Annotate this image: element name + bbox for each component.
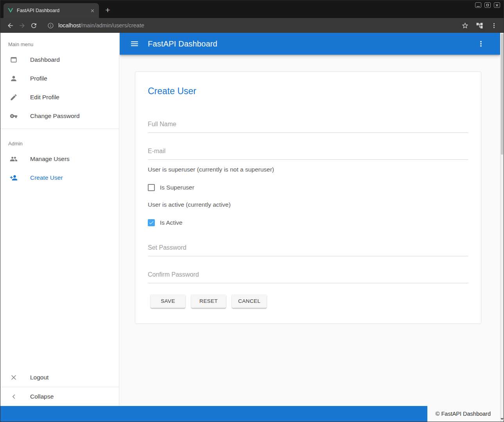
confirm-password-input[interactable] bbox=[148, 270, 468, 283]
minimize-button[interactable] bbox=[475, 2, 481, 8]
appbar: FastAPI Dashboard bbox=[120, 33, 500, 55]
site-tree-button[interactable] bbox=[474, 20, 485, 31]
checkbox-box[interactable] bbox=[148, 219, 155, 226]
tab-title: FastAPI Dashboard bbox=[17, 8, 86, 13]
person-add-icon bbox=[10, 174, 18, 182]
site-info-icon[interactable] bbox=[47, 22, 54, 29]
is-superuser-checkbox[interactable]: Is Superuser bbox=[148, 184, 194, 191]
save-button[interactable]: SAVE bbox=[151, 294, 185, 308]
sidebar-divider bbox=[0, 129, 119, 129]
app-viewport: Main menu Dashboard Profile Edit Profile… bbox=[0, 33, 504, 422]
star-outline-icon bbox=[461, 22, 469, 29]
new-tab-button[interactable]: + bbox=[102, 5, 113, 15]
kebab-menu-icon bbox=[490, 22, 498, 29]
sidebar-item-collapse[interactable]: Collapse bbox=[0, 387, 119, 406]
scroll-down-arrow[interactable] bbox=[500, 418, 504, 420]
hamburger-menu-icon bbox=[130, 39, 139, 48]
sidebar-item-label: Edit Profile bbox=[30, 94, 59, 101]
minimize-icon bbox=[477, 6, 480, 7]
sidebar-item-dashboard[interactable]: Dashboard bbox=[0, 50, 119, 69]
logout-x-icon bbox=[10, 374, 18, 381]
checkbox-box[interactable] bbox=[148, 184, 155, 191]
sidebar-item-logout[interactable]: Logout bbox=[0, 368, 119, 387]
tab-close-button[interactable] bbox=[89, 7, 96, 14]
checkbox-label: Is Active bbox=[160, 219, 183, 226]
copyright-text: © FastAPI Dashboard bbox=[427, 406, 500, 422]
address-bar[interactable]: localhost/main/admin/users/create bbox=[43, 20, 456, 31]
sidebar-toggle-button[interactable] bbox=[130, 39, 139, 48]
sidebar-item-change-password[interactable]: Change Password bbox=[0, 107, 119, 125]
sidebar-item-label: Create User bbox=[30, 174, 63, 181]
person-icon bbox=[10, 75, 18, 82]
key-icon bbox=[10, 112, 18, 120]
full-name-field bbox=[148, 119, 468, 133]
checkmark-icon bbox=[149, 220, 154, 225]
reload-button[interactable] bbox=[28, 20, 39, 31]
back-button[interactable] bbox=[4, 20, 16, 31]
sidebar-item-profile[interactable]: Profile bbox=[0, 69, 119, 88]
appbar-menu-button[interactable] bbox=[477, 39, 485, 48]
account-tree-icon bbox=[476, 22, 483, 29]
sidebar-item-label: Profile bbox=[30, 75, 47, 82]
chevron-left-icon bbox=[10, 393, 18, 401]
forward-button[interactable] bbox=[16, 20, 28, 31]
active-hint-text: User is active (currently active) bbox=[148, 201, 468, 208]
toolbar-right-icons bbox=[459, 20, 500, 31]
email-input[interactable] bbox=[148, 146, 468, 160]
confirm-password-field bbox=[148, 270, 468, 283]
appbar-title: FastAPI Dashboard bbox=[148, 39, 217, 48]
create-user-card: Create User User is superuser (currently… bbox=[135, 72, 481, 324]
maximize-button[interactable] bbox=[484, 2, 491, 8]
checkbox-label: Is Superuser bbox=[160, 184, 194, 191]
sidebar-item-manage-users[interactable]: Manage Users bbox=[0, 150, 119, 168]
group-icon bbox=[10, 155, 18, 163]
dashboard-icon bbox=[10, 56, 18, 64]
url-text: localhost/main/admin/users/create bbox=[58, 22, 144, 29]
sidebar-section-label-admin: Admin bbox=[8, 141, 119, 147]
back-arrow-icon bbox=[7, 22, 14, 29]
pencil-icon bbox=[10, 93, 18, 101]
password-field bbox=[148, 243, 468, 256]
sidebar-item-label: Change Password bbox=[30, 113, 80, 120]
full-name-input[interactable] bbox=[148, 119, 468, 133]
sidebar-item-label: Manage Users bbox=[30, 156, 70, 163]
close-x-icon bbox=[90, 8, 95, 13]
footer: © FastAPI Dashboard bbox=[0, 406, 500, 422]
sidebar-item-label: Collapse bbox=[30, 393, 54, 400]
set-password-input[interactable] bbox=[148, 243, 468, 256]
url-host: localhost bbox=[58, 22, 81, 29]
forward-arrow-icon bbox=[18, 22, 26, 29]
sidebar-item-label: Logout bbox=[30, 374, 48, 381]
page-title: Create User bbox=[148, 86, 468, 97]
reload-icon bbox=[30, 22, 38, 29]
main-area: FastAPI Dashboard Create User User is su… bbox=[120, 33, 500, 406]
scrollbar[interactable] bbox=[500, 33, 504, 422]
browser-titlebar: FastAPI Dashboard + bbox=[0, 0, 504, 18]
sidebar: Main menu Dashboard Profile Edit Profile… bbox=[0, 33, 119, 406]
browser-window: FastAPI Dashboard + localhost/main/admin… bbox=[0, 0, 504, 422]
kebab-menu-icon bbox=[477, 39, 485, 48]
window-controls bbox=[475, 2, 500, 8]
sidebar-item-edit-profile[interactable]: Edit Profile bbox=[0, 88, 119, 107]
sidebar-item-label: Dashboard bbox=[30, 56, 60, 63]
vue-logo-icon bbox=[7, 7, 14, 14]
superuser-hint-text: User is superuser (currently is not a su… bbox=[148, 166, 468, 173]
form-actions: SAVE RESET CANCEL bbox=[148, 294, 468, 308]
maximize-icon bbox=[486, 4, 489, 6]
sidebar-section-label-main-menu: Main menu bbox=[8, 41, 119, 47]
browser-menu-button[interactable] bbox=[488, 20, 500, 31]
browser-toolbar: localhost/main/admin/users/create bbox=[0, 18, 504, 33]
close-button[interactable] bbox=[494, 2, 500, 8]
reset-button[interactable]: RESET bbox=[191, 294, 226, 308]
scrollbar-thumb[interactable] bbox=[501, 34, 503, 155]
footer-accent-bar bbox=[0, 406, 427, 422]
email-field bbox=[148, 146, 468, 160]
browser-tab[interactable]: FastAPI Dashboard bbox=[4, 3, 99, 18]
is-active-checkbox[interactable]: Is Active bbox=[148, 219, 183, 226]
url-path: /main/admin/users/create bbox=[81, 22, 144, 29]
cancel-button[interactable]: CANCEL bbox=[232, 294, 267, 308]
page-content: Create User User is superuser (currently… bbox=[120, 55, 500, 406]
bookmark-button[interactable] bbox=[459, 20, 471, 31]
sidebar-item-create-user[interactable]: Create User bbox=[0, 168, 119, 187]
